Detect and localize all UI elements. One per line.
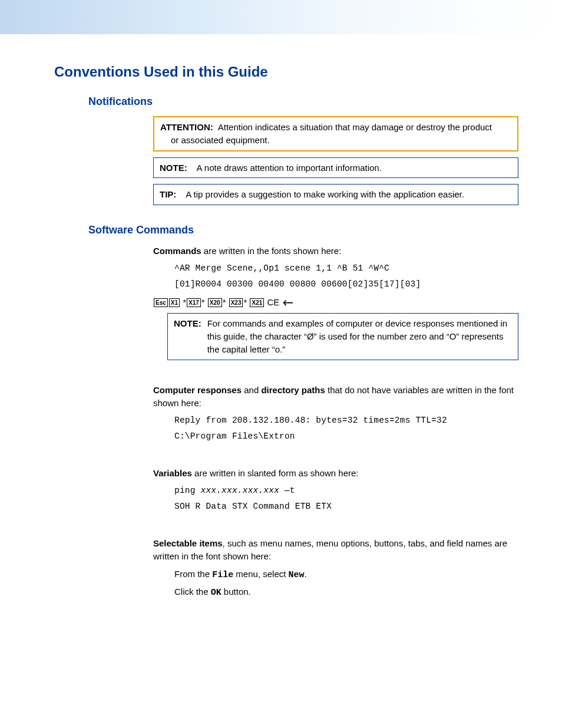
tip-label: TIP: <box>160 189 176 199</box>
note-zero-box: NOTE: For commands and examples of compu… <box>167 313 518 360</box>
asterisk-sep: * <box>201 297 205 307</box>
var-l1b: xxx.xxx.xxx.xxx <box>201 486 280 495</box>
sel-ok: OK <box>211 588 222 598</box>
attention-text-line1: Attention indicates a situation that may… <box>218 121 492 134</box>
response-example-2: C:\Program Files\Extron <box>174 430 518 443</box>
header-gradient-bar <box>0 0 562 34</box>
key-esc: Esc <box>154 298 168 307</box>
selectable-label: Selectable items <box>153 538 223 548</box>
sel-1a: From the <box>174 569 212 579</box>
variables-example-2: SOH R Data STX Command ETB ETX <box>174 500 518 513</box>
response-example-1: Reply from 208.132.180.48: bytes=32 time… <box>174 414 518 427</box>
section-software-heading: Software Commands <box>88 224 518 236</box>
asterisk-sep: * <box>223 297 226 307</box>
asterisk-sep: * <box>183 297 186 307</box>
selectable-example-2: Click the OK button. <box>174 585 518 600</box>
commands-intro: Commands are written in the fonts shown … <box>153 245 518 258</box>
responses-mid: and <box>242 385 261 395</box>
var-l1c: —t <box>279 486 295 495</box>
key-x21: X21 <box>250 298 264 307</box>
selectable-intro: Selectable items, such as menu names, me… <box>153 537 518 564</box>
notifications-block: ATTENTION: Attention indicates a situati… <box>153 116 518 205</box>
commands-label: Commands <box>153 246 201 256</box>
command-example-1: ^AR Merge Scene,,Op1 scene 1,1 ^B 51 ^W^… <box>174 262 518 275</box>
sel-file: File <box>212 570 233 580</box>
asterisk-sep: * <box>243 297 247 307</box>
variables-intro: Variables are written in slanted form as… <box>153 467 518 480</box>
responses-label1: Computer responses <box>153 385 242 395</box>
keycap-ce: CE <box>267 297 279 307</box>
section-notifications-heading: Notifications <box>88 95 518 108</box>
selectable-example-1: From the File menu, select New. <box>174 567 518 582</box>
attention-box: ATTENTION: Attention indicates a situati… <box>153 116 518 151</box>
command-example-2: [01]R0004 00300 00400 00800 00600[02]35[… <box>174 278 518 291</box>
sel-1e: . <box>305 569 307 579</box>
variables-example-1: ping xxx.xxx.xxx.xxx —t <box>174 484 518 498</box>
note-text: A note draws attention to important info… <box>197 163 382 173</box>
attention-label: ATTENTION: <box>160 121 213 134</box>
note-zero-text: For commands and examples of computer or… <box>207 317 512 355</box>
variables-label: Variables <box>153 468 192 478</box>
key-x17: X17 <box>187 298 201 307</box>
sel-2c: button. <box>222 587 251 597</box>
sel-1c: menu, select <box>233 569 288 579</box>
key-x20: X20 <box>208 298 222 307</box>
page-content: Conventions Used in this Guide Notificat… <box>0 34 562 600</box>
software-block: Commands are written in the fonts shown … <box>153 245 518 600</box>
sel-new: New <box>289 570 305 580</box>
tip-box: TIP: A tip provides a suggestion to make… <box>153 184 518 205</box>
note-zero-label: NOTE: <box>174 317 201 355</box>
key-x23: X23 <box>229 298 243 307</box>
commands-text: are written in the fonts shown here: <box>201 246 342 256</box>
variables-text: are written in slanted form as shown her… <box>192 468 359 478</box>
responses-label2: directory paths <box>261 385 325 395</box>
responses-intro: Computer responses and directory paths t… <box>153 384 518 410</box>
var-l1a: ping <box>174 486 201 495</box>
sel-2a: Click the <box>174 587 211 597</box>
tip-text: A tip provides a suggestion to make work… <box>186 189 464 199</box>
note-box: NOTE: A note draws attention to importan… <box>153 157 518 179</box>
note-label: NOTE: <box>160 163 187 173</box>
attention-text-line2: or associated equipment. <box>160 134 511 147</box>
page-title: Conventions Used in this Guide <box>54 64 518 80</box>
keycap-line: EscX1 *X17* X20* X23* X21 CE 🡐 <box>153 297 518 308</box>
key-x1: X1 <box>169 298 180 307</box>
